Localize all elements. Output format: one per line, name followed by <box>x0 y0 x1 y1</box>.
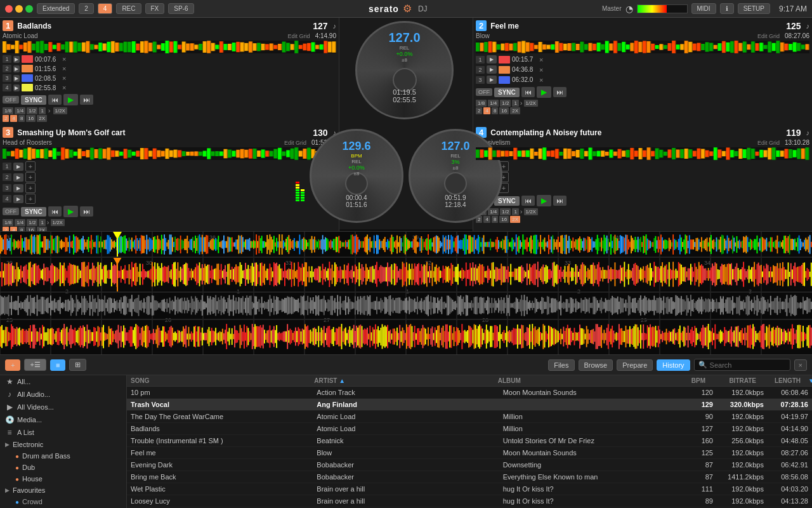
deck2-edit-grid[interactable]: Edit Grid <box>757 33 780 39</box>
deck3-loop-1-8[interactable]: 1/8 <box>3 219 13 226</box>
deck1-cue4-btn[interactable]: 4 <box>3 84 11 91</box>
deck1-edit-grid[interactable]: Edit Grid <box>288 33 310 39</box>
deck2-loop-2[interactable]: 2 <box>476 107 482 114</box>
search-input[interactable] <box>710 361 786 369</box>
deck2-loop-1-4[interactable]: 1/4 <box>488 100 499 107</box>
track-row[interactable]: Badlands Atomic Load Million 127 192.0kb… <box>127 423 812 435</box>
col-bpm-header[interactable]: bpm <box>678 375 709 386</box>
deck3-cue2-add[interactable]: + <box>25 172 36 182</box>
col-bitrate-header[interactable]: bitrate <box>709 375 760 386</box>
deck4-loop-2x[interactable]: 2X <box>510 216 520 223</box>
deck1-loop-1-2[interactable]: 1/2 <box>27 107 37 114</box>
add-smart-crate-btn[interactable]: +☰ <box>24 359 46 371</box>
deck1-loop-1-8[interactable]: 1/8 <box>3 107 13 114</box>
deck4-edit-grid[interactable]: Edit Grid <box>757 140 780 146</box>
deck1-play-btn[interactable]: ▶ <box>63 94 78 105</box>
deck1-loop-8[interactable]: 8 <box>18 115 25 122</box>
deck2-loop-8[interactable]: 8 <box>492 107 498 114</box>
sidebar-item-favourites[interactable]: ▶ Favourites <box>0 485 126 496</box>
deck1-prev-btn[interactable]: ⏮ <box>48 95 62 105</box>
deck1-sync-btn[interactable]: SYNC <box>21 95 46 105</box>
deck3-loop-1-4[interactable]: 1/4 <box>15 219 25 226</box>
track-row[interactable]: The Day The Great WarCame Atomic Load Mi… <box>127 411 812 423</box>
deck1-cue1-delete[interactable]: × <box>62 55 66 63</box>
deck2-sync-btn[interactable]: SYNC <box>494 88 520 97</box>
deck4-loop-1[interactable]: 1 <box>512 208 518 215</box>
deck2-cue2-delete[interactable]: × <box>539 66 543 74</box>
extended-mode-btn[interactable]: Extended <box>37 3 75 14</box>
track-row[interactable]: Bring me Back Bobabacker Everything Else… <box>127 471 812 483</box>
deck3-next-btn[interactable]: ⏭ <box>80 206 93 217</box>
sidebar-item-all-audio[interactable]: ♪ All Audio... <box>0 388 126 401</box>
main-waveform-canvas[interactable] <box>0 232 812 355</box>
deck3-prev-btn[interactable]: ⏮ <box>48 206 62 217</box>
history-tab[interactable]: History <box>657 359 690 371</box>
deck1-cue4-play[interactable]: ▶ <box>13 84 20 91</box>
deck4-btn[interactable]: 4 <box>98 3 113 14</box>
deck2-cue1-play[interactable]: ▶ <box>487 55 497 64</box>
deck3-loop-half-x[interactable]: 1/2X <box>51 219 65 226</box>
add-crate-btn[interactable]: + <box>5 359 20 371</box>
deck1-loop-16[interactable]: 16 <box>26 115 36 122</box>
deck2-play-btn[interactable]: ▶ <box>537 86 551 98</box>
deck2-cue2-play[interactable]: ▶ <box>487 65 497 74</box>
deck2-cue3-delete[interactable]: × <box>539 76 543 84</box>
deck4-platter[interactable]: 127.0 REL 3% ±8 00:51.9 12:18.4 <box>409 129 502 223</box>
deck2-loop-2x[interactable]: 2X <box>510 107 520 114</box>
album-view-btn[interactable]: ⊞ <box>69 359 86 371</box>
deck2-loop-1-8[interactable]: 1/8 <box>476 100 487 107</box>
deck3-platter[interactable]: 129.6 BPM REL +0.0% ±8 00:00.4 01:51.6 <box>310 129 403 223</box>
deck1-off-btn[interactable]: OFF <box>3 96 19 104</box>
info-btn[interactable]: ℹ <box>720 3 734 14</box>
deck2-loop-1[interactable]: 1 <box>512 100 518 107</box>
search-clear-btn[interactable]: × <box>794 359 807 371</box>
deck2-cue1-btn[interactable]: 1 <box>476 56 485 64</box>
deck3-cue2-btn[interactable]: 2 <box>3 173 11 181</box>
deck1-loop-1-4[interactable]: 1/4 <box>15 107 25 114</box>
maximize-window-btn[interactable] <box>25 5 33 13</box>
deck3-loop-1[interactable]: 1 <box>39 219 45 226</box>
list-view-btn[interactable]: ≡ <box>50 359 65 371</box>
deck1-cue2-play[interactable]: ▶ <box>13 65 20 72</box>
sidebar-item-crowd[interactable]: ● Crowd <box>0 496 126 507</box>
deck1-next-btn[interactable]: ⏭ <box>80 95 93 105</box>
deck1-cue4-delete[interactable]: × <box>62 84 66 91</box>
deck1-cue3-delete[interactable]: × <box>62 74 66 82</box>
sidebar-item-all[interactable]: ★ All... <box>0 375 126 388</box>
deck1-cue2-btn[interactable]: 2 <box>3 65 11 72</box>
track-row[interactable]: 10 pm Action Track Moon Mountain Sounds … <box>127 387 812 399</box>
track-row[interactable]: Trash Vocal Ang Finland 129 320.0kbps 07… <box>127 399 812 411</box>
track-row[interactable]: Loosey Lucy Brain over a hill hug It Or … <box>127 495 812 507</box>
deck3-off-btn[interactable]: OFF <box>3 208 19 215</box>
sidebar-item-all-videos[interactable]: ▶ All Videos... <box>0 401 126 413</box>
deck1-cue3-btn[interactable]: 3 <box>3 74 11 82</box>
deck2-loop-1-2[interactable]: 1/2 <box>500 100 511 107</box>
midi-btn[interactable]: MIDI <box>691 3 716 14</box>
deck1-loop-2x[interactable]: 2X <box>37 115 47 122</box>
browse-tab[interactable]: Browse <box>579 359 613 371</box>
rec-btn[interactable]: REC <box>116 3 141 14</box>
track-row[interactable]: Trouble (Instrumental #1 SM ) Beatnick U… <box>127 435 812 447</box>
deck3-cue3-add[interactable]: + <box>25 183 36 193</box>
deck1-loop-2[interactable]: 2 <box>3 115 9 122</box>
deck1-cue1-btn[interactable]: 1 <box>3 55 11 63</box>
deck1-cue3-play[interactable]: ▶ <box>13 75 20 82</box>
deck2-next-btn[interactable]: ⏭ <box>553 87 566 97</box>
deck3-cue4-btn[interactable]: 4 <box>3 195 11 203</box>
deck1-loop-4[interactable]: 4 <box>10 115 16 122</box>
deck1-platter[interactable]: 127.0 REL +0.0% ±8 01:19.5 02:55.5 <box>355 21 454 119</box>
setup-btn[interactable]: SETUP <box>738 3 770 14</box>
fx-btn[interactable]: FX <box>145 3 165 14</box>
close-window-btn[interactable] <box>5 5 13 13</box>
deck3-sync-btn[interactable]: SYNC <box>21 207 46 217</box>
deck3-cue1-add[interactable]: + <box>25 161 36 171</box>
sidebar-item-a-list[interactable]: ≡ A List <box>0 426 126 439</box>
deck1-cue2-delete[interactable]: × <box>62 65 66 72</box>
deck1-loop-half-x[interactable]: 1/2X <box>53 107 67 114</box>
deck2-loop-16[interactable]: 16 <box>499 107 509 114</box>
sidebar-item-media[interactable]: 💿 Media... <box>0 413 126 426</box>
deck2-prev-btn[interactable]: ⏮ <box>521 87 535 97</box>
deck2-cue3-play[interactable]: ▶ <box>487 76 497 84</box>
deck3-cue3-btn[interactable]: 3 <box>3 184 11 192</box>
sp6-btn[interactable]: SP-6 <box>168 3 193 14</box>
